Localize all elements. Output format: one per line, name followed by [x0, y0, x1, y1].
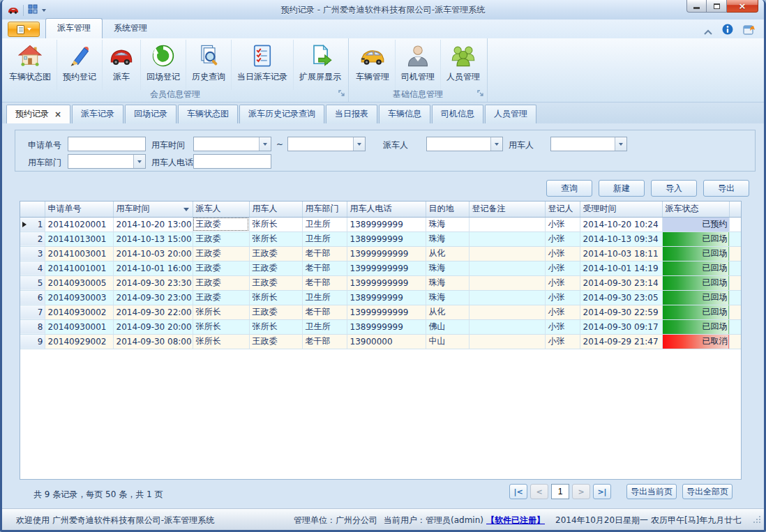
- grid-cell[interactable]: 王政委: [249, 246, 302, 261]
- grid-cell[interactable]: 2014-10-03 18:11: [580, 246, 662, 261]
- grid-cell[interactable]: 20140930002: [45, 305, 113, 319]
- grid-cell[interactable]: 珠海: [426, 275, 469, 290]
- grid-cell[interactable]: 20140930005: [45, 275, 113, 290]
- grid-cell[interactable]: 小张: [545, 261, 580, 275]
- grid-cell[interactable]: 1389999999: [347, 319, 426, 334]
- doc-tab-personnel[interactable]: 人员管理: [485, 105, 536, 123]
- grid-cell[interactable]: 卫生所: [302, 290, 347, 305]
- grid-cell[interactable]: 2014-09-29 21:47: [580, 334, 662, 349]
- grid-cell[interactable]: 2014-09-30 20:00: [113, 319, 193, 334]
- pager-next-button[interactable]: >: [572, 484, 590, 499]
- grid-cell[interactable]: 小张: [545, 319, 580, 334]
- title-bar[interactable]: 预约记录 - 广州爱奇迪软件科技有限公司-派车管理系统 ×: [2, 0, 764, 20]
- grid-cell[interactable]: 2014-10-20 13:00: [113, 217, 193, 231]
- import-button[interactable]: 导入: [651, 180, 697, 197]
- maximize-button[interactable]: [707, 0, 727, 13]
- grid-cell[interactable]: 卫生所: [302, 319, 347, 334]
- table-row[interactable]: 4201410010012014-10-01 16:00王政委王政委老干部139…: [20, 261, 742, 275]
- grid-cell[interactable]: 老干部: [302, 261, 347, 275]
- grid-cell[interactable]: 1389999999: [347, 290, 426, 305]
- column-header[interactable]: 受理时间: [580, 202, 662, 217]
- grid-cell[interactable]: 王政委: [249, 334, 302, 349]
- collapse-ribbon-icon[interactable]: [704, 24, 712, 38]
- status-cell[interactable]: 已回场: [662, 305, 729, 319]
- grid-cell[interactable]: 小张: [545, 275, 580, 290]
- status-cell[interactable]: 已回场: [662, 290, 729, 305]
- grid-cell[interactable]: 20140930001: [45, 319, 113, 334]
- doc-tab-return-records[interactable]: 回场记录: [125, 105, 177, 123]
- grid-cell[interactable]: [469, 246, 545, 261]
- ribbon-button-extended-screen[interactable]: 扩展屏显示: [294, 40, 347, 90]
- dialog-launcher-icon[interactable]: [338, 86, 345, 100]
- grid-cell[interactable]: [469, 261, 545, 275]
- query-button[interactable]: 查询: [546, 180, 592, 197]
- grid-cell[interactable]: 张所长: [249, 290, 302, 305]
- ribbon-button-reservation[interactable]: 预约登记: [57, 40, 103, 90]
- status-cell[interactable]: 已预约: [662, 217, 729, 231]
- status-cell[interactable]: 已回场: [662, 275, 729, 290]
- table-row[interactable]: 6201409300032014-09-30 23:00王政委张所长卫生所138…: [20, 290, 742, 305]
- table-row[interactable]: 9201409290022014-09-30 08:00张所长王政委老干部139…: [20, 334, 742, 349]
- table-row[interactable]: 2201410130012014-10-13 15:00王政委张所长卫生所138…: [20, 231, 742, 246]
- grid-cell[interactable]: 从化: [426, 305, 469, 319]
- grid-cell[interactable]: 从化: [426, 246, 469, 261]
- dispatcher-combo[interactable]: [426, 137, 503, 151]
- grid-cell[interactable]: 2014-09-30 22:00: [113, 305, 193, 319]
- grid-cell[interactable]: 2014-10-01 16:00: [113, 261, 193, 275]
- chevron-down-icon[interactable]: [133, 155, 145, 168]
- doc-tab-history-query[interactable]: 派车历史记录查询: [239, 105, 324, 123]
- column-header[interactable]: 目的地: [426, 202, 469, 217]
- chevron-down-icon[interactable]: [615, 137, 626, 151]
- grid-cell[interactable]: 王政委: [193, 275, 249, 290]
- ribbon-button-driver-management[interactable]: 司机管理: [396, 40, 441, 90]
- grid-cell[interactable]: 老干部: [302, 275, 347, 290]
- info-icon[interactable]: [722, 24, 733, 38]
- ribbon-tab-dispatch[interactable]: 派车管理: [45, 18, 103, 38]
- grid-cell[interactable]: 中山: [426, 334, 469, 349]
- export-button[interactable]: 导出: [703, 180, 749, 197]
- ribbon-tab-system[interactable]: 系统管理: [103, 19, 158, 38]
- style-icon[interactable]: [743, 24, 756, 38]
- grid-cell[interactable]: 张所长: [193, 305, 249, 319]
- grid-cell[interactable]: [469, 319, 545, 334]
- ribbon-button-dispatch[interactable]: 派车: [103, 40, 141, 90]
- ribbon-button-today-dispatch-records[interactable]: 当日派车记录: [232, 40, 294, 90]
- column-header[interactable]: 用车时间: [113, 202, 193, 217]
- grid-cell[interactable]: 2014-09-30 23:05: [580, 290, 662, 305]
- grid-cell[interactable]: 2014-10-03 20:00: [113, 246, 193, 261]
- grid-cell[interactable]: 2014-10-13 09:34: [580, 231, 662, 246]
- use-time-to-combo[interactable]: [287, 137, 366, 151]
- column-header[interactable]: 用车部门: [302, 202, 347, 217]
- column-header[interactable]: 用车人: [249, 202, 302, 217]
- grid-cell[interactable]: 张所长: [193, 334, 249, 349]
- grid-cell[interactable]: 1389999999: [347, 217, 426, 231]
- grid-cell[interactable]: 13999999999: [347, 275, 426, 290]
- status-cell[interactable]: 已回场: [662, 319, 729, 334]
- grid-cell[interactable]: 13999999999: [347, 246, 426, 261]
- grid-cell[interactable]: 珠海: [426, 231, 469, 246]
- minimize-button[interactable]: [686, 0, 707, 13]
- grid-cell[interactable]: 王政委: [249, 305, 302, 319]
- status-cell[interactable]: 已回场: [662, 231, 729, 246]
- grid-cell[interactable]: 老干部: [302, 305, 347, 319]
- grid-cell[interactable]: 老干部: [302, 246, 347, 261]
- grid-cell[interactable]: 王政委: [249, 261, 302, 275]
- grid-cell[interactable]: 珠海: [426, 261, 469, 275]
- application-menu-button[interactable]: [8, 22, 40, 37]
- ribbon-button-vehicle-status-map[interactable]: 车辆状态图: [3, 40, 57, 90]
- doc-tab-vehicle-status-map[interactable]: 车辆状态图: [178, 105, 238, 123]
- doc-tab-driver-info[interactable]: 司机信息: [432, 105, 483, 123]
- export-all-pages-button[interactable]: 导出全部页: [682, 484, 733, 499]
- close-tab-icon[interactable]: ×: [54, 110, 61, 119]
- grid-cell[interactable]: [469, 231, 545, 246]
- ribbon-button-return-registration[interactable]: 回场登记: [141, 40, 186, 90]
- column-header[interactable]: 派车人: [193, 202, 249, 217]
- table-row[interactable]: 1201410200012014-10-20 13:00王政委张所长卫生所138…: [20, 217, 742, 231]
- row-indicator[interactable]: 8: [20, 319, 45, 334]
- row-indicator[interactable]: 9: [20, 334, 45, 349]
- row-indicator[interactable]: 4: [20, 261, 45, 275]
- resize-grip[interactable]: [753, 515, 761, 526]
- grid-cell[interactable]: 佛山: [426, 319, 469, 334]
- grid-cell[interactable]: 小张: [545, 231, 580, 246]
- grid-cell[interactable]: 2014-09-30 23:14: [580, 275, 662, 290]
